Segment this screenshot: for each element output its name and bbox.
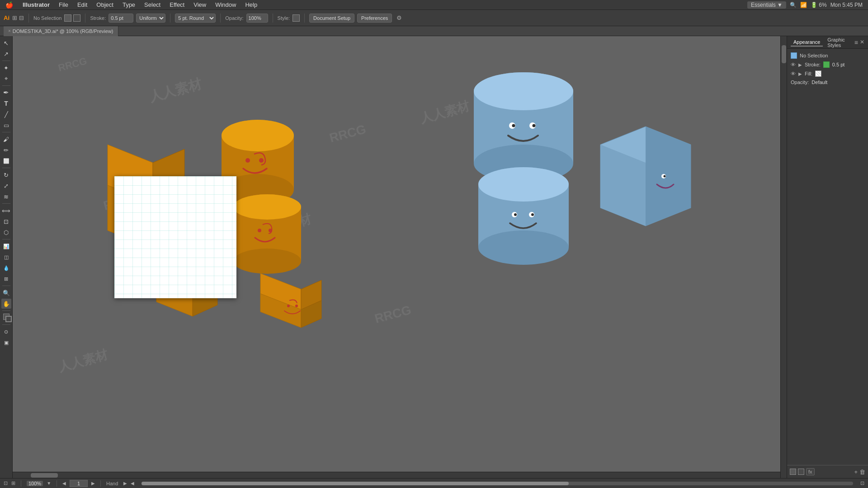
svg-marker-27 [301,300,321,328]
fill-swatch[interactable] [64,14,71,22]
tab-close[interactable]: × [8,28,11,33]
lasso-tool[interactable]: ⌖ [1,74,11,84]
menu-edit[interactable]: Edit [73,0,92,10]
selection-tool[interactable]: ↖ [1,38,11,48]
opacity-label: Opacity: [225,15,243,21]
sep3 [170,14,170,23]
svg-point-50 [664,175,666,178]
shape-builder-tool[interactable]: ⬡ [1,227,11,237]
nav-next[interactable]: ◀ [131,481,134,486]
add-icon[interactable]: + [854,469,858,475]
free-transform-tool[interactable]: ⊡ [1,216,11,226]
appearance-tab[interactable]: Appearance [791,38,823,47]
view-icon2[interactable]: ⊞ [11,480,15,486]
menu-type[interactable]: Type [118,0,140,10]
workspace-icon2[interactable]: ⊟ [19,14,24,21]
svg-point-41 [478,167,569,202]
eraser-tool[interactable]: ⬜ [1,156,11,166]
svg-point-49 [661,174,666,178]
style-swatch[interactable] [292,14,300,22]
zoom-value[interactable]: 100% [27,481,43,486]
panel-stroke-box[interactable] [798,469,804,475]
paintbrush-tool[interactable]: 🖌 [1,134,11,144]
menu-help[interactable]: Help [241,0,262,10]
fill-color-swatch[interactable] [1,313,11,323]
stroke-type-select[interactable]: Uniform [136,14,165,23]
horizontal-scrollbar[interactable] [13,472,780,478]
search-icon[interactable]: 🔍 [790,2,797,8]
canvas-area[interactable]: RRCG 人人素材 RRCG 人人素材 RRCG 人人素材 人人素材 RRCG [13,36,787,478]
eye-icon-stroke[interactable]: 👁 [791,62,796,67]
panel-fill-box[interactable] [790,469,796,475]
menu-file[interactable]: File [54,0,73,10]
chart-tool[interactable]: 📊 [1,241,11,251]
eye-icon-fill[interactable]: 👁 [791,71,796,76]
bottom-sep2 [57,480,57,487]
gradient-tool[interactable]: ◫ [1,252,11,262]
svg-point-20 [233,249,301,274]
screen-mode-btn[interactable]: ▣ [1,338,11,347]
svg-point-12 [222,120,294,151]
next-page-icon[interactable]: ▶ [91,481,95,486]
document-tab[interactable]: × DOMESTIKA_3D.ai* @ 100% (RGB/Preview) [4,26,118,36]
graphic-styles-tab[interactable]: Graphic Styles [825,36,853,49]
essentials-label[interactable]: Essentials ▼ [747,1,786,9]
toolbar-settings-icon[interactable]: ⚙ [396,14,402,21]
watermark2: 人人素材 [147,75,204,107]
svg-rect-39 [478,184,569,248]
menu-select[interactable]: Select [140,0,165,10]
hand-tool[interactable]: ✋ [1,299,11,309]
rectangle-tool[interactable]: ▭ [1,120,11,130]
svg-point-38 [478,167,569,202]
arrow-icon-stroke[interactable]: ▶ [798,62,802,67]
menu-right-area: Essentials ▼ 🔍 📶 🔋 6% Mon 5:45 PM [747,1,868,9]
stroke-swatch[interactable] [73,14,80,22]
round-select[interactable]: 5 pt. Round [175,14,216,23]
svg-point-21 [233,194,301,220]
menu-object[interactable]: Object [92,0,118,10]
zoom-down-icon[interactable]: ▼ [47,481,51,486]
nav-prev[interactable]: ▶ [123,481,127,486]
rotate-tool[interactable]: ↻ [1,170,11,180]
scroll-thumb[interactable] [782,45,786,63]
blend-tool[interactable]: ⊞ [1,274,11,284]
progress-bar[interactable] [142,482,853,485]
panel-menu-icon[interactable]: ≡ [854,39,858,46]
stroke-input[interactable] [108,14,133,23]
fx-button[interactable]: fx [806,468,815,475]
pencil-tool[interactable]: ✏ [1,145,11,155]
page-input[interactable] [70,480,88,487]
scale-tool[interactable]: ⤢ [1,181,11,191]
apple-menu[interactable]: 🍎 [0,1,18,9]
fill-color-swatch[interactable] [815,70,821,77]
prev-page-icon[interactable]: ◀ [62,481,66,486]
view-icon1[interactable]: ⊡ [4,480,8,486]
text-tool[interactable]: T [1,99,11,108]
opacity-input[interactable] [246,14,268,23]
menu-illustrator[interactable]: Illustrator [18,0,54,10]
line-tool[interactable]: ╱ [1,109,11,119]
preferences-button[interactable]: Preferences [357,14,392,23]
panel-close-icon[interactable]: ✕ [860,39,864,46]
arrow-icon-fill[interactable]: ▶ [798,71,802,76]
menu-window[interactable]: Window [211,0,241,10]
document-setup-button[interactable]: Document Setup [309,14,354,23]
opacity-row: Opacity: Default [791,80,864,85]
workspace-icon1[interactable]: ⊞ [12,14,17,21]
h-scroll-thumb[interactable] [31,473,58,478]
menu-effect[interactable]: Effect [165,0,189,10]
delete-icon[interactable]: 🗑 [859,469,865,475]
menu-view[interactable]: View [189,0,211,10]
zoom-tool[interactable]: 🔍 [1,288,11,298]
right-scrollbar[interactable] [780,36,787,478]
direct-selection-tool[interactable]: ↗ [1,49,11,59]
eyedropper-tool[interactable]: 💧 [1,263,11,273]
stroke-color-swatch[interactable] [823,61,830,68]
pen-tool[interactable]: ✒ [1,88,11,98]
magic-wand-tool[interactable]: ✦ [1,63,11,73]
width-tool[interactable]: ⟺ [1,206,11,216]
fill-stroke-swatches [64,14,80,22]
drawing-mode-btn[interactable]: ⊙ [1,327,11,337]
warp-tool[interactable]: ≋ [1,192,11,202]
watermark5: RRCG [373,303,413,326]
